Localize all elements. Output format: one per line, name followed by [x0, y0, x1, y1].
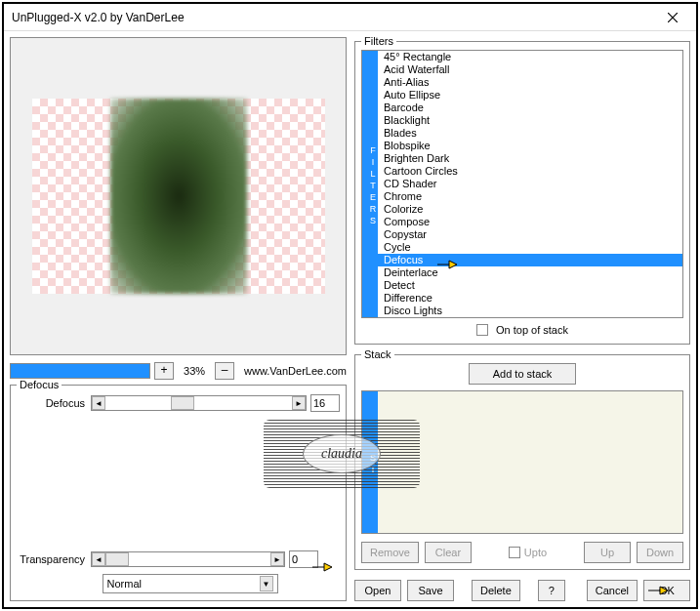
zoom-percent: 33%: [178, 365, 211, 377]
filter-item[interactable]: Barcode: [378, 102, 682, 114]
ontop-checkbox-label[interactable]: On top of stack: [476, 324, 568, 336]
filter-item[interactable]: Blades: [378, 127, 682, 140]
watermark-text: claudia: [303, 434, 381, 473]
help-button[interactable]: ?: [538, 580, 565, 601]
watermark: claudia: [254, 415, 430, 493]
zoom-bar[interactable]: [10, 363, 150, 379]
arrow-left-icon[interactable]: ◄: [92, 552, 105, 566]
clear-button[interactable]: Clear: [425, 542, 472, 563]
filter-item[interactable]: Cycle: [378, 241, 682, 254]
filter-item[interactable]: Brighten Dark: [378, 152, 682, 165]
arrow-right-icon[interactable]: ►: [270, 552, 284, 566]
cancel-button[interactable]: Cancel: [587, 580, 638, 601]
stack-legend: Stack: [361, 348, 394, 360]
defocus-legend: Defocus: [17, 379, 62, 390]
titlebar: UnPlugged-X v2.0 by VanDerLee: [4, 4, 696, 31]
zoom-out-button[interactable]: –: [215, 362, 234, 380]
filter-item[interactable]: Anti-Alias: [378, 76, 682, 89]
filter-item[interactable]: Cartoon Circles: [378, 165, 682, 178]
down-button[interactable]: Down: [637, 542, 683, 563]
arrow-right-icon[interactable]: ►: [292, 396, 306, 410]
blend-mode-combo[interactable]: Normal ▼: [103, 574, 278, 593]
ontop-text: On top of stack: [496, 324, 568, 336]
ontop-checkbox[interactable]: [476, 324, 488, 336]
chevron-down-icon[interactable]: ▼: [260, 576, 273, 591]
action-buttons: Open Save Delete ? Cancel OK: [354, 580, 690, 601]
vendor-link[interactable]: www.VanDerLee.com: [244, 365, 347, 377]
filter-item[interactable]: Acid Waterfall: [378, 63, 682, 76]
remove-button[interactable]: Remove: [361, 542, 419, 563]
defocus-slider[interactable]: ◄ ►: [91, 395, 307, 411]
filters-list[interactable]: 45° RectangleAcid WaterfallAnti-AliasAut…: [378, 51, 682, 317]
filter-item[interactable]: Defocus: [378, 254, 682, 266]
blend-mode-value: Normal: [107, 578, 260, 590]
upto-checkbox[interactable]: [509, 547, 520, 558]
delete-button[interactable]: Delete: [472, 580, 520, 601]
window-title: UnPlugged-X v2.0 by VanDerLee: [8, 11, 653, 24]
preview-area: [10, 37, 347, 355]
filter-item[interactable]: Chrome: [378, 190, 682, 203]
filter-item[interactable]: Deinterlace: [378, 266, 682, 279]
transparency-slider[interactable]: ◄ ►: [91, 551, 285, 567]
open-button[interactable]: Open: [354, 580, 401, 601]
save-button[interactable]: Save: [407, 580, 454, 601]
zoom-in-button[interactable]: +: [154, 362, 174, 380]
up-button[interactable]: Up: [584, 542, 631, 563]
arrow-left-icon[interactable]: ◄: [92, 396, 105, 410]
transparency-label: Transparency: [17, 553, 87, 565]
filters-group: Filters FILTERS 45° RectangleAcid Waterf…: [354, 41, 690, 345]
filter-item[interactable]: CD Shader: [378, 178, 682, 190]
filters-legend: Filters: [361, 35, 396, 47]
defocus-value[interactable]: [310, 394, 340, 412]
filter-item[interactable]: Copystar: [378, 228, 682, 241]
transparency-value[interactable]: [289, 550, 318, 568]
dialog-window: UnPlugged-X v2.0 by VanDerLee + 33% – ww…: [2, 2, 698, 609]
filter-item[interactable]: Blobspike: [378, 140, 682, 152]
filter-item[interactable]: Compose: [378, 216, 682, 228]
preview-image[interactable]: [32, 99, 325, 294]
filter-item[interactable]: Blacklight: [378, 114, 682, 127]
filter-item[interactable]: Detect: [378, 279, 682, 292]
add-to-stack-button[interactable]: Add to stack: [469, 363, 576, 385]
close-button[interactable]: [653, 7, 692, 28]
filters-tab[interactable]: FILTERS: [362, 51, 378, 317]
filter-item[interactable]: Colorize: [378, 203, 682, 216]
ok-button[interactable]: OK: [643, 580, 690, 601]
filter-item[interactable]: Auto Ellipse: [378, 89, 682, 102]
defocus-label: Defocus: [17, 397, 87, 409]
filter-item[interactable]: 45° Rectangle: [378, 51, 682, 63]
upto-label[interactable]: Upto: [509, 547, 547, 558]
filter-item[interactable]: Difference: [378, 292, 682, 305]
left-panel: + 33% – www.VanDerLee.com Defocus Defocu…: [10, 37, 347, 601]
right-panel: Filters FILTERS 45° RectangleAcid Waterf…: [354, 37, 690, 601]
filter-item[interactable]: Disco Lights: [378, 305, 682, 317]
